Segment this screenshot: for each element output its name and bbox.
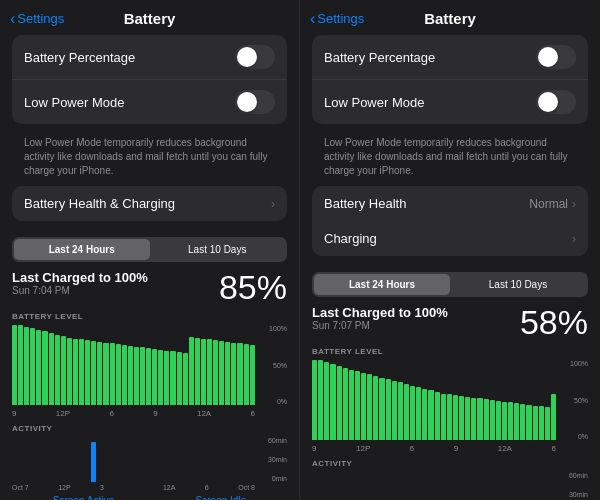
battery-bar [496,401,501,440]
battery-level-label: BATTERY LEVEL [312,347,588,356]
charge-left: Last Charged to 100%Sun 7:04 PM [12,270,148,296]
nav-row-label: Battery Health & Charging [24,196,175,211]
time-label: 9 [153,409,157,418]
time-tab-1[interactable]: Last 10 Days [150,239,286,260]
battery-bar [428,390,433,440]
charge-info: Last Charged to 100%Sun 7:07 PM58% [312,305,588,339]
battery-level-label: BATTERY LEVEL [12,312,287,321]
toggle-knob [538,92,558,112]
activity-axis-label: 0min [272,475,287,482]
activity-chart: 60min30min0min [12,437,287,482]
battery-bar [422,389,427,440]
toggle-group: Battery PercentageLow Power Mode [312,35,588,124]
battery-bar [465,397,470,440]
chevron-right-icon: › [572,232,576,246]
battery-bar [361,373,366,440]
battery-bar [355,371,360,440]
time-label: 6 [109,409,113,418]
time-label: 12A [197,409,211,418]
settings-row-1: Low Power Mode [312,80,588,124]
time-label: 6 [410,444,414,453]
time-tabs: Last 24 HoursLast 10 Days [12,237,287,262]
battery-bar [367,374,372,440]
toggle-1[interactable] [536,90,576,114]
charge-sub: Sun 7:07 PM [312,320,448,331]
battery-bar [435,392,440,440]
date-label-bot: Oct 8 [238,484,255,491]
battery-bar [97,342,102,405]
screen-label[interactable]: Screen Active [53,495,114,500]
battery-bar [250,345,255,405]
battery-bar [195,338,200,405]
date-labels: Oct 712P312A6Oct 8 [12,484,287,491]
battery-bar [318,360,323,440]
battery-bar [416,387,421,440]
nav-row-label: Charging [324,231,377,246]
battery-bar [410,386,415,440]
time-label: 6 [551,444,555,453]
charge-percentage: 58% [520,305,588,339]
nav-row-right: Normal› [529,197,576,211]
battery-bar [219,341,224,405]
bar-chart-axes: 100%50%0% [558,360,588,440]
battery-bar [30,328,35,405]
battery-bar [201,339,206,405]
bars-area [312,360,556,440]
chevron-right-icon: › [271,197,275,211]
battery-bar [471,398,476,440]
chart-section: Last 24 HoursLast 10 DaysLast Charged to… [300,272,600,500]
nav-row-right: › [271,197,275,211]
battery-bar [73,339,78,405]
toggle-1[interactable] [235,90,275,114]
time-label: 9 [454,444,458,453]
battery-bar [312,360,317,440]
time-tab-0[interactable]: Last 24 Hours [314,274,450,295]
battery-bar [164,351,169,405]
battery-bar [36,330,41,405]
activity-bars [312,472,556,500]
axis-label: 50% [574,397,588,404]
time-tab-0[interactable]: Last 24 Hours [14,239,150,260]
low-power-description: Low Power Mode temporarily reduces backg… [312,132,588,186]
nav-row-0[interactable]: Battery HealthNormal› [312,186,588,221]
battery-bar [508,402,513,440]
row-label-0: Battery Percentage [324,50,435,65]
battery-bar [55,335,60,405]
nav-row-value: Normal [529,197,568,211]
battery-bar [337,366,342,440]
nav-row-0[interactable]: Battery Health & Charging› [12,186,287,221]
nav-row-1[interactable]: Charging› [312,221,588,256]
battery-bar-chart: 100%50%0% [312,360,588,440]
battery-bar [49,333,54,405]
back-button[interactable]: ‹Settings [310,10,364,28]
battery-bar [18,325,23,405]
battery-bar [122,345,127,405]
charge-percentage: 85% [219,270,287,304]
time-label: 9 [312,444,316,453]
settings-row-0: Battery Percentage [312,35,588,80]
battery-bar [231,343,236,405]
date-label: Oct 7 [12,484,29,491]
settings-row-1: Low Power Mode [12,80,287,124]
chevron-right-icon: › [572,197,576,211]
toggle-0[interactable] [536,45,576,69]
time-tab-1[interactable]: Last 10 Days [450,274,586,295]
panel-right: ‹SettingsBatteryBattery PercentageLow Po… [300,0,600,500]
time-labels: 912P6912A6 [312,444,588,453]
time-label: 12A [498,444,512,453]
activity-axes: 60min30min0min [257,437,287,482]
battery-bar [447,394,452,440]
battery-bar [24,327,29,405]
battery-bar [386,379,391,440]
nav-group: Battery Health & Charging› [12,186,287,221]
battery-bar [42,331,47,405]
page-title: Battery [124,10,176,27]
toggle-0[interactable] [235,45,275,69]
battery-bar [477,398,482,440]
battery-bar [110,343,115,405]
date-label: 6 [205,484,209,491]
back-button[interactable]: ‹Settings [10,10,64,28]
battery-bar [484,399,489,440]
battery-bar [189,337,194,405]
screen-label[interactable]: Screen Idle [196,495,247,500]
